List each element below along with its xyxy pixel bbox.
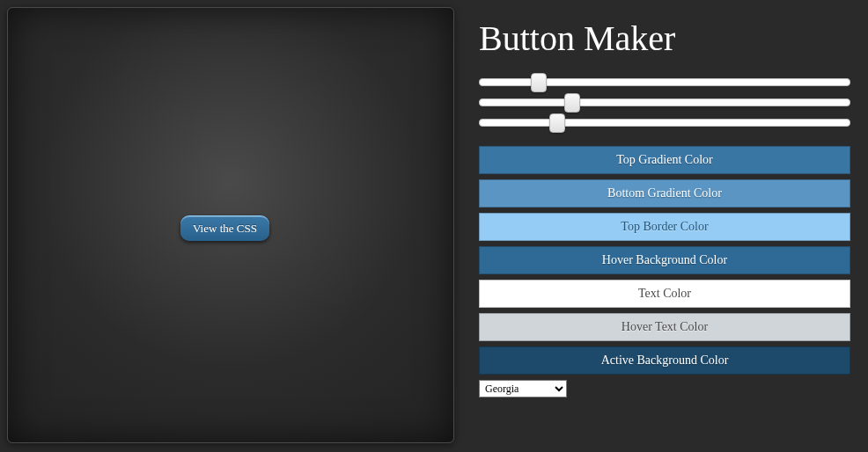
- slider-row-1: [479, 98, 850, 106]
- font-select[interactable]: Georgia: [479, 380, 567, 397]
- slider-thumb-0[interactable]: [531, 73, 547, 92]
- slider-thumb-2[interactable]: [549, 113, 565, 133]
- preview-panel: View the CSS: [7, 7, 454, 443]
- slider-row-2: [479, 119, 850, 127]
- slider-thumb-1[interactable]: [564, 93, 580, 113]
- color-row-hover-bg[interactable]: Hover Background Color: [479, 246, 850, 274]
- preview-button[interactable]: View the CSS: [180, 215, 269, 241]
- color-row-bottom-gradient[interactable]: Bottom Gradient Color: [479, 179, 850, 208]
- controls-panel: Button Maker Top Gradient Color Bottom G…: [454, 0, 868, 452]
- slider-track-2[interactable]: [479, 119, 850, 127]
- color-row-top-gradient[interactable]: Top Gradient Color: [479, 146, 850, 174]
- color-row-hover-text[interactable]: Hover Text Color: [479, 313, 850, 341]
- page-title: Button Maker: [479, 18, 850, 59]
- slider-track-1[interactable]: [479, 98, 850, 106]
- color-row-active-bg[interactable]: Active Background Color: [479, 346, 850, 375]
- color-row-text-color[interactable]: Text Color: [479, 280, 850, 308]
- slider-track-0[interactable]: [479, 78, 850, 86]
- slider-row-0: [479, 78, 850, 86]
- color-row-top-border[interactable]: Top Border Color: [479, 213, 850, 241]
